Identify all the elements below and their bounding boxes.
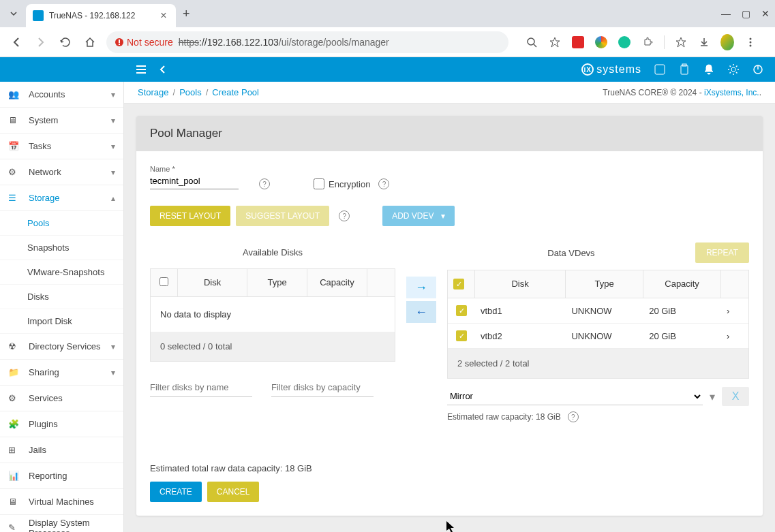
forward-button[interactable]	[33, 34, 49, 50]
panel-title: Pool Manager	[136, 116, 763, 151]
row-type: UNKNOW	[566, 324, 643, 348]
sidebar-sub-vmware-snapshots[interactable]: VMware-Snapshots	[0, 260, 123, 285]
vdev-col-capacity: Capacity	[643, 270, 721, 298]
power-icon[interactable]	[752, 63, 764, 76]
sidebar-item-tasks[interactable]: 📅Tasks▾	[0, 134, 123, 159]
estimated-raw-capacity: Estimated raw capacity: 18 GiB ?	[447, 411, 749, 422]
name-field-group: Name *	[150, 165, 239, 189]
close-window-icon[interactable]: ✕	[761, 8, 770, 19]
capacity-help-icon[interactable]: ?	[568, 411, 579, 422]
bookmark-star2-icon[interactable]	[674, 35, 688, 49]
sidebar-item-plugins[interactable]: 🧩Plugins	[0, 411, 123, 437]
new-tab-button[interactable]: +	[183, 7, 190, 21]
bookmark-star-icon[interactable]	[548, 35, 562, 49]
sidebar-item-vms[interactable]: 🖥Virtual Machines	[0, 489, 123, 515]
sidebar-sub-snapshots[interactable]: Snapshots	[0, 236, 123, 260]
suggest-layout-button[interactable]: SUGGEST LAYOUT	[236, 206, 329, 226]
move-left-button[interactable]: ←	[406, 301, 436, 323]
app-header: iXsystems	[0, 57, 775, 82]
back-button[interactable]	[8, 34, 25, 50]
sidebar-item-accounts[interactable]: 👥Accounts▾	[0, 82, 123, 108]
available-select-all-checkbox[interactable]	[159, 277, 168, 286]
row-expand-icon[interactable]: ›	[721, 299, 748, 323]
svg-rect-2	[119, 44, 120, 45]
breadcrumb-storage[interactable]: Storage	[138, 87, 169, 97]
sidebar-item-network[interactable]: ⚙Network▾	[0, 159, 123, 185]
browser-toolbar: Not secure https://192.168.122.103/ui/st…	[0, 27, 775, 57]
extension-circle-icon[interactable]	[594, 35, 608, 49]
zoom-icon[interactable]	[525, 35, 538, 49]
transfer-buttons: → ←	[406, 277, 436, 323]
filter-name-input[interactable]	[150, 378, 252, 397]
extension-grammarly-icon[interactable]	[618, 35, 631, 49]
security-warning[interactable]: Not secure	[115, 37, 173, 48]
create-button[interactable]: CREATE	[150, 482, 202, 502]
clipboard-icon[interactable]	[678, 63, 690, 76]
repeat-button[interactable]: REPEAT	[695, 242, 749, 263]
bell-icon[interactable]	[703, 63, 715, 76]
available-footer: 0 selected / 0 total	[151, 332, 395, 361]
sidebar-sub-disks[interactable]: Disks	[0, 285, 123, 309]
add-vdev-button[interactable]: ADD VDEV ▾	[382, 206, 454, 226]
extension-flipboard-icon[interactable]	[571, 35, 585, 49]
browser-tab[interactable]: TrueNAS - 192.168.122 ×	[26, 4, 176, 27]
main-content: Storage / Pools / Create Pool TrueNAS CO…	[124, 82, 775, 532]
back-chevron-icon[interactable]	[158, 65, 168, 74]
maximize-icon[interactable]: ▢	[742, 8, 750, 19]
minimize-icon[interactable]: —	[721, 8, 731, 19]
name-help-icon[interactable]: ?	[259, 178, 270, 189]
move-right-button[interactable]: →	[406, 277, 436, 298]
ix-logo[interactable]: iXsystems	[581, 63, 641, 76]
encryption-help-icon[interactable]: ?	[378, 178, 389, 189]
row-checkbox[interactable]: ✓	[456, 305, 467, 316]
sidebar-item-processes[interactable]: ✎Display System Processes	[0, 515, 123, 532]
sidebar-item-directory[interactable]: ☢Directory Services▾	[0, 334, 123, 360]
encryption-checkbox[interactable]	[314, 178, 324, 189]
extensions-icon[interactable]	[641, 35, 654, 49]
sidebar: 👥Accounts▾ 🖥System▾ 📅Tasks▾ ⚙Network▾ ☰S…	[0, 82, 124, 532]
breadcrumb-create[interactable]: Create Pool	[212, 87, 259, 97]
browser-menu-icon[interactable]	[744, 35, 757, 49]
downloads-icon[interactable]	[697, 35, 711, 49]
sidebar-item-reporting[interactable]: 📊Reporting	[0, 463, 123, 489]
name-label: Name *	[150, 165, 239, 173]
sidebar-sub-import-disk[interactable]: Import Disk	[0, 309, 123, 334]
hamburger-icon[interactable]	[135, 63, 147, 76]
vdevs-select-all-checkbox[interactable]: ✓	[453, 279, 464, 290]
gear-icon[interactable]	[727, 63, 740, 76]
layout-help-icon[interactable]: ?	[339, 210, 350, 221]
filter-capacity-input[interactable]	[271, 378, 374, 397]
sidebar-sub-pools[interactable]: Pools	[0, 211, 123, 236]
breadcrumb: Storage / Pools / Create Pool TrueNAS CO…	[124, 82, 775, 104]
row-expand-icon[interactable]: ›	[721, 324, 748, 348]
reload-button[interactable]	[57, 34, 74, 50]
sidebar-item-storage[interactable]: ☰Storage▴	[0, 185, 123, 211]
tab-dropdown-icon[interactable]	[5, 5, 22, 22]
vdev-layout-select[interactable]: Mirror	[447, 388, 703, 405]
remove-vdev-button[interactable]: X	[722, 387, 749, 406]
profile-avatar[interactable]	[720, 35, 734, 49]
breadcrumb-pools[interactable]: Pools	[179, 87, 202, 97]
ixsystems-link[interactable]: iXsystems, Inc.	[704, 88, 759, 97]
available-disks-table: Disk Type Capacity No data to display 0 …	[150, 268, 395, 362]
url-text: https://192.168.122.103/ui/storage/pools…	[179, 37, 389, 48]
available-no-data: No data to display	[151, 297, 395, 332]
svg-rect-1	[119, 40, 120, 43]
row-checkbox[interactable]: ✓	[456, 330, 467, 341]
sidebar-item-system[interactable]: 🖥System▾	[0, 108, 123, 134]
tab-close-icon[interactable]: ×	[158, 10, 169, 21]
vdev-row: ✓ vtbd2 UNKNOW 20 GiB ›	[448, 324, 748, 349]
address-bar[interactable]: Not secure https://192.168.122.103/ui/st…	[106, 31, 508, 53]
svg-point-5	[750, 37, 752, 40]
reset-layout-button[interactable]: RESET LAYOUT	[150, 206, 230, 226]
cancel-button[interactable]: CANCEL	[207, 482, 260, 502]
vdevs-footer: 2 selected / 2 total	[448, 349, 748, 378]
truecommand-icon[interactable]	[654, 63, 666, 76]
home-button[interactable]	[82, 34, 98, 50]
row-disk: vtbd1	[475, 299, 566, 323]
sidebar-item-sharing[interactable]: 📁Sharing▾	[0, 360, 123, 386]
name-input[interactable]	[150, 173, 239, 189]
sidebar-item-services[interactable]: ⚙Services	[0, 386, 123, 411]
sidebar-item-jails[interactable]: ⊞Jails	[0, 437, 123, 463]
svg-point-3	[528, 38, 534, 45]
